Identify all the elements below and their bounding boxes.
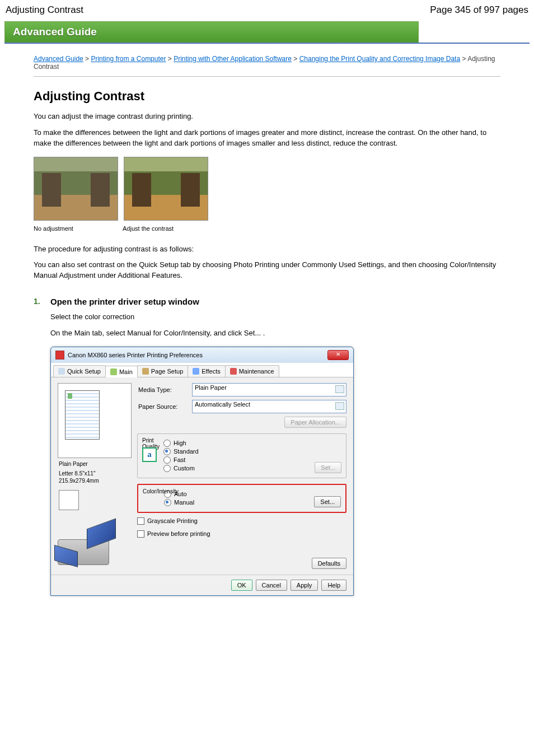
ok-button[interactable]: OK (231, 580, 252, 591)
tab-strip: Quick Setup Main Page Setup Effects Main… (51, 363, 353, 377)
media-type-select[interactable]: Plain Paper (192, 383, 346, 396)
radio-label: High (174, 440, 186, 446)
radio-label: Standard (174, 448, 199, 455)
help-button[interactable]: Help (321, 580, 346, 591)
color-swatch (59, 490, 79, 510)
paper-source-label: Paper Source: (137, 403, 188, 410)
caption-a: No adjustment (34, 225, 117, 232)
banner-label: Advanced Guide (4, 21, 419, 43)
printer-illustration (58, 525, 114, 565)
tab-effects[interactable]: Effects (188, 365, 225, 377)
checkbox-label: Grayscale Printing (147, 517, 198, 524)
tab-main[interactable]: Main (105, 366, 138, 377)
crumb-0[interactable]: Advanced Guide (34, 55, 83, 63)
page-title: Adjusting Contrast (6, 4, 83, 16)
paper-allocation-button[interactable]: Paper Allocation... (284, 417, 346, 428)
preferences-dialog: Canon MX860 series Printer Printing Pref… (50, 347, 354, 596)
step-number: 1. (34, 297, 45, 306)
intro-1: You can adjust the image contrast during… (34, 111, 500, 122)
quality-set-button[interactable]: Set... (315, 462, 341, 473)
media-type-value: Plain Paper (195, 384, 227, 391)
paper-source-select[interactable]: Automatically Select (192, 400, 346, 413)
heading: Adjusting Contrast (34, 89, 500, 104)
step-title: Open the printer driver setup window (50, 297, 199, 306)
crumb-1[interactable]: Printing from a Computer (91, 55, 166, 63)
preview-media: Plain Paper (59, 460, 130, 468)
quality-standard[interactable]: Standard (163, 448, 341, 455)
preview-checkbox[interactable]: Preview before printing (137, 530, 346, 538)
tab-label: Maintenance (239, 368, 274, 375)
sample-image-no-adjust (34, 157, 118, 221)
radio-label: Custom (174, 465, 195, 472)
preview-size: Letter 8.5"x11" 215.9x279.4mm (59, 470, 130, 484)
tab-maintenance[interactable]: Maintenance (225, 365, 279, 377)
defaults-button[interactable]: Defaults (312, 558, 346, 569)
step-subtitle: Select the color correction (50, 312, 500, 323)
caption-b: Adjust the contrast (123, 225, 206, 232)
divider (34, 76, 500, 77)
media-type-label: Media Type: (137, 386, 188, 393)
app-icon (55, 351, 64, 360)
color-intensity-group: Color/Intensity Auto Manual Set... (137, 484, 346, 513)
tab-label: Effects (202, 368, 220, 375)
tab-label: Quick Setup (67, 368, 101, 375)
crumb-3[interactable]: Changing the Print Quality and Correctin… (299, 55, 461, 63)
titlebar[interactable]: Canon MX860 series Printer Printing Pref… (51, 347, 353, 363)
grayscale-checkbox[interactable]: Grayscale Printing (137, 517, 346, 525)
color-intensity-label: Color/Intensity (143, 488, 164, 494)
radio-label: Fast (174, 456, 185, 463)
paper-source-value: Automatically Select (195, 401, 250, 408)
page-preview (58, 383, 132, 458)
banner: Advanced Guide (4, 21, 530, 44)
checkbox-label: Preview before printing (147, 530, 210, 537)
tab-label: Main (119, 368, 133, 375)
dialog-footer: OK Cancel Apply Help (51, 575, 353, 595)
crumb-2[interactable]: Printing with Other Application Software (174, 55, 292, 63)
quality-icon: a (142, 447, 157, 462)
close-icon[interactable]: ✕ (327, 350, 349, 360)
intro-2: To make the differences between the ligh… (34, 128, 500, 149)
tab-label: Page Setup (151, 368, 184, 375)
quick-setup-hint: You can also set contrast on the Quick S… (34, 260, 500, 281)
step-desc: On the Main tab, select Manual for Color… (50, 328, 500, 339)
radio-label: Manual (174, 499, 194, 506)
tab-page-setup[interactable]: Page Setup (137, 365, 189, 377)
breadcrumb: Advanced Guide > Printing from a Compute… (34, 55, 500, 71)
quality-high[interactable]: High (163, 440, 341, 447)
sample-image-adjusted (124, 157, 208, 221)
dialog-title: Canon MX860 series Printer Printing Pref… (68, 352, 324, 358)
tab-quick-setup[interactable]: Quick Setup (53, 365, 106, 377)
color-set-button[interactable]: Set... (314, 496, 341, 507)
procedure-intro: The procedure for adjusting contrast is … (34, 244, 500, 255)
page-number: Page 345 of 997 pages (430, 4, 528, 16)
cancel-button[interactable]: Cancel (256, 580, 287, 591)
apply-button[interactable]: Apply (291, 580, 318, 591)
print-quality-group: Print Quality a High Standard Fast Custo… (137, 433, 346, 478)
